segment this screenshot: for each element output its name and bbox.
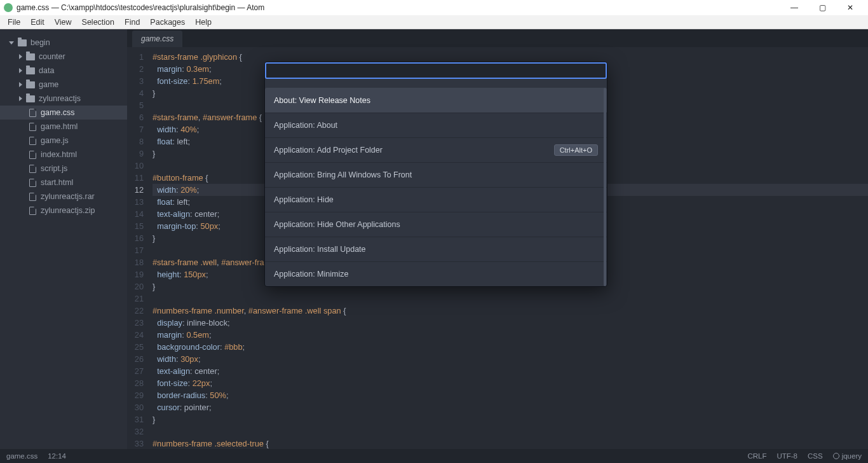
tree-root[interactable]: begin — [0, 36, 127, 50]
minimize-button[interactable]: — — [780, 0, 808, 15]
status-bar: game.css 12:14 CRLF UTF-8 CSS jquery — [0, 449, 868, 463]
tree-item-label: game.js — [41, 136, 69, 145]
status-branch[interactable]: jquery — [833, 452, 862, 460]
close-button[interactable]: ✕ — [836, 0, 864, 15]
line-number: 5 — [127, 99, 144, 111]
chevron-right-icon — [19, 82, 22, 87]
tree-file[interactable]: script.js — [0, 162, 127, 176]
command-palette-input[interactable] — [270, 66, 602, 75]
code-line[interactable] — [153, 425, 868, 438]
tree-file[interactable]: index.html — [0, 148, 127, 162]
code-line[interactable]: font-size: 22px; — [153, 377, 868, 389]
line-number: 9 — [127, 148, 144, 160]
line-number: 14 — [127, 208, 144, 220]
line-number: 32 — [127, 425, 144, 438]
tree-item-label: data — [39, 66, 54, 75]
menu-packages[interactable]: Packages — [145, 15, 190, 29]
code-line[interactable]: } — [153, 413, 868, 425]
palette-item[interactable]: Application: Minimize — [265, 261, 607, 286]
code-line[interactable]: margin: 0.5em; — [153, 329, 868, 341]
status-line-ending[interactable]: CRLF — [747, 452, 766, 460]
tree-file[interactable]: zylunreactjs.rar — [0, 190, 127, 204]
menu-file[interactable]: File — [3, 15, 25, 29]
menu-edit[interactable]: Edit — [25, 15, 50, 29]
tree-file[interactable]: game.css — [0, 106, 127, 120]
line-number: 3 — [127, 75, 144, 87]
file-icon — [29, 207, 36, 215]
tree-file[interactable]: game.html — [0, 120, 127, 134]
command-palette-list: About: View Release NotesApplication: Ab… — [265, 88, 607, 286]
line-number: 18 — [127, 256, 144, 268]
tree-file[interactable]: start.html — [0, 176, 127, 190]
palette-item[interactable]: Application: Install Update — [265, 237, 607, 261]
palette-item-label: Application: Hide — [274, 195, 334, 204]
line-number: 15 — [127, 220, 144, 232]
tree-folder[interactable]: game — [0, 78, 127, 92]
line-number: 8 — [127, 135, 144, 148]
code-line[interactable]: border-radius: 50%; — [153, 389, 868, 401]
palette-item[interactable]: Application: Hide Other Applications — [265, 212, 607, 237]
code-line[interactable]: cursor: pointer; — [153, 401, 868, 413]
code-line[interactable]: display: inline-block; — [153, 317, 868, 329]
tree-item-label: zylunreactjs — [39, 94, 81, 103]
tree-item-label: game.css — [41, 108, 75, 117]
palette-item[interactable]: About: View Release Notes — [265, 88, 607, 113]
line-number: 24 — [127, 329, 144, 341]
menu-find[interactable]: Find — [119, 15, 145, 29]
tree-item-label: script.js — [41, 164, 67, 173]
command-palette-search[interactable] — [265, 62, 607, 79]
folder-icon — [26, 67, 35, 74]
code-line[interactable]: width: 30px; — [153, 353, 868, 365]
status-file[interactable]: game.css — [6, 452, 37, 460]
code-line[interactable] — [153, 293, 868, 305]
tree-item-label: zylunreactjs.rar — [41, 192, 95, 201]
tree-file[interactable]: zylunreactjs.zip — [0, 204, 127, 218]
code-line[interactable]: text-align: center; — [153, 365, 868, 377]
line-number: 28 — [127, 377, 144, 389]
line-number: 23 — [127, 317, 144, 329]
maximize-button[interactable]: ▢ — [808, 0, 836, 15]
line-number: 17 — [127, 244, 144, 256]
palette-item[interactable]: Application: Bring All Windows To Front — [265, 162, 607, 187]
gutter: 1234567891011121314151617181920212223242… — [127, 47, 149, 449]
file-icon — [29, 193, 36, 201]
tree-item-label: index.html — [41, 150, 77, 159]
file-icon — [29, 165, 36, 173]
line-number: 13 — [127, 196, 144, 208]
menu-help[interactable]: Help — [190, 15, 217, 29]
palette-item[interactable]: Application: About — [265, 113, 607, 137]
tree-folder[interactable]: zylunreactjs — [0, 92, 127, 106]
tree-view[interactable]: begin counterdatagamezylunreactjs game.c… — [0, 29, 127, 449]
status-grammar[interactable]: CSS — [808, 452, 823, 460]
line-number: 26 — [127, 353, 144, 365]
status-encoding[interactable]: UTF-8 — [776, 452, 797, 460]
chevron-right-icon — [19, 54, 22, 59]
tab-bar: game.css — [127, 29, 868, 47]
line-number: 22 — [127, 305, 144, 317]
file-icon — [29, 109, 36, 117]
chevron-down-icon — [9, 41, 14, 45]
palette-item-label: Application: Install Update — [274, 245, 366, 254]
palette-item[interactable]: Application: Hide — [265, 187, 607, 212]
folder-icon — [26, 53, 35, 60]
tree-item-label: counter — [39, 52, 65, 61]
palette-item[interactable]: Application: Add Project FolderCtrl+Alt+… — [265, 137, 607, 162]
file-icon — [29, 151, 36, 159]
line-number: 2 — [127, 63, 144, 75]
code-line[interactable]: #numbers-frame .selected-true { — [153, 438, 868, 449]
tab-active[interactable]: game.css — [132, 31, 182, 47]
code-line[interactable]: background-color: #bbb; — [153, 341, 868, 353]
menu-selection[interactable]: Selection — [77, 15, 119, 29]
tree-item-label: start.html — [41, 178, 73, 187]
line-number: 20 — [127, 280, 144, 293]
line-number: 19 — [127, 268, 144, 280]
tree-folder[interactable]: data — [0, 64, 127, 78]
window-title: game.css — C:\xampp\htdocs\testcodes\rea… — [17, 3, 264, 12]
menu-view[interactable]: View — [50, 15, 77, 29]
tree-folder[interactable]: counter — [0, 50, 127, 64]
status-cursor[interactable]: 12:14 — [48, 452, 66, 460]
atom-icon — [4, 3, 13, 12]
code-line[interactable]: #numbers-frame .number, #answer-frame .w… — [153, 305, 868, 317]
line-number: 31 — [127, 413, 144, 425]
tree-file[interactable]: game.js — [0, 134, 127, 148]
